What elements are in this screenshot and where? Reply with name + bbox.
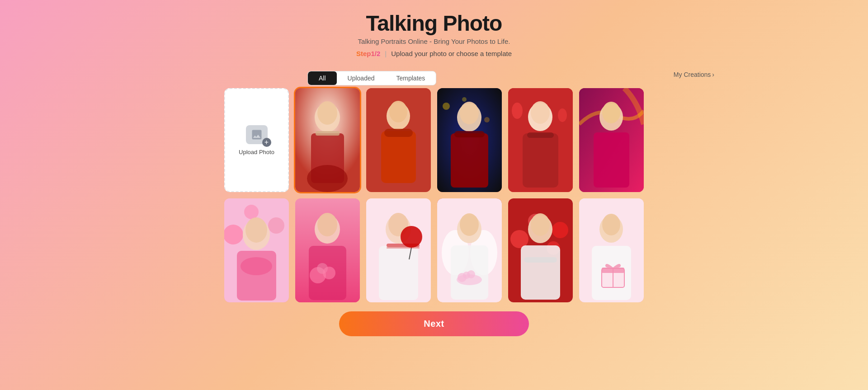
tab-uploaded[interactable]: Uploaded — [337, 71, 386, 85]
svg-rect-26 — [527, 132, 554, 138]
photo-card[interactable] — [224, 198, 289, 302]
tab-all[interactable]: All — [308, 71, 337, 85]
step-instruction: Upload your photo or choose a template — [391, 50, 512, 57]
svg-point-10 — [389, 101, 407, 122]
photo-card[interactable] — [437, 198, 502, 302]
photo-bg — [295, 88, 360, 192]
svg-rect-70 — [521, 245, 560, 300]
upload-plus-icon: + — [262, 138, 271, 147]
upload-icon-wrap: + — [246, 125, 268, 144]
svg-point-37 — [245, 217, 267, 243]
photo-card[interactable] — [437, 88, 502, 192]
chevron-right-icon: › — [712, 71, 714, 78]
svg-point-18 — [460, 102, 479, 124]
photo-bg — [508, 198, 573, 302]
svg-point-25 — [531, 101, 550, 124]
svg-point-21 — [512, 103, 523, 119]
svg-point-13 — [443, 103, 450, 110]
svg-rect-29 — [594, 132, 629, 188]
photo-bg — [366, 88, 431, 192]
svg-rect-4 — [316, 131, 340, 136]
photo-card[interactable] — [366, 88, 431, 192]
svg-point-33 — [268, 217, 284, 234]
svg-rect-9 — [381, 131, 416, 183]
svg-rect-11 — [384, 129, 413, 137]
svg-point-63 — [467, 270, 475, 278]
my-creations-label: My Creations — [674, 71, 711, 78]
upload-label: Upload Photo — [239, 149, 274, 155]
photo-card[interactable] — [508, 88, 573, 192]
step-divider: | — [385, 50, 387, 57]
svg-point-38 — [241, 257, 272, 275]
svg-rect-53 — [387, 247, 420, 249]
photo-bg — [579, 198, 644, 302]
top-bar: All Uploaded Templates My Creations › — [0, 64, 868, 85]
photo-card[interactable] — [295, 198, 360, 302]
photo-card[interactable] — [579, 198, 644, 302]
svg-point-30 — [602, 102, 620, 123]
photo-bg — [366, 198, 431, 302]
tab-group: All Uploaded Templates — [307, 71, 436, 85]
tab-templates[interactable]: Templates — [386, 71, 436, 85]
photo-bg — [437, 198, 502, 302]
svg-point-22 — [558, 108, 567, 122]
svg-point-5 — [307, 165, 348, 192]
app-subtitle: Talking Portraits Online - Bring Your Ph… — [356, 38, 512, 45]
svg-rect-52 — [387, 244, 420, 247]
svg-rect-17 — [451, 133, 488, 188]
image-icon — [250, 128, 263, 141]
svg-point-3 — [317, 101, 337, 125]
step-bar: Step1/2 | Upload your photo or choose a … — [356, 50, 512, 57]
svg-rect-19 — [454, 131, 485, 137]
photo-card[interactable] — [295, 88, 360, 192]
photo-bg — [579, 88, 644, 192]
svg-point-76 — [602, 214, 620, 235]
svg-point-34 — [244, 205, 259, 219]
upload-photo-card[interactable]: + Upload Photo — [224, 88, 289, 192]
photo-card[interactable] — [366, 198, 431, 302]
photo-gallery: + Upload Photo — [224, 88, 644, 302]
svg-rect-72 — [524, 257, 557, 263]
photo-bg — [295, 198, 360, 302]
app-title: Talking Photo — [356, 11, 512, 36]
svg-point-71 — [531, 213, 550, 236]
svg-point-15 — [462, 97, 467, 102]
photo-bg — [437, 88, 502, 192]
svg-rect-48 — [379, 246, 418, 300]
svg-point-59 — [460, 213, 479, 236]
photo-card[interactable] — [508, 198, 573, 302]
page-header: Talking Photo Talking Portraits Online -… — [356, 11, 512, 57]
photo-card[interactable] — [579, 88, 644, 192]
svg-point-32 — [224, 225, 243, 244]
svg-point-42 — [317, 213, 337, 236]
photo-bg — [224, 198, 289, 302]
my-creations-link[interactable]: My Creations › — [674, 71, 714, 78]
step-label: Step1/2 — [356, 50, 380, 57]
photo-bg — [508, 88, 573, 192]
svg-rect-24 — [523, 133, 558, 188]
svg-point-45 — [323, 267, 335, 279]
next-button[interactable]: Next — [339, 311, 529, 336]
svg-point-66 — [552, 222, 568, 238]
svg-point-14 — [484, 117, 490, 122]
